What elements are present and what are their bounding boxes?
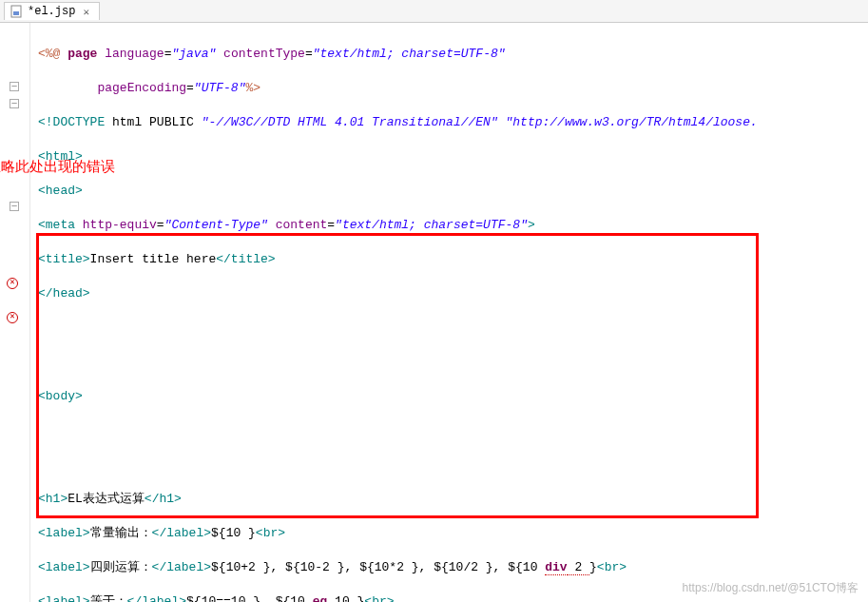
fold-icon[interactable]: − — [8, 97, 21, 110]
annotation-text: 忽略此处出现的错误 — [0, 158, 115, 176]
error-icon[interactable]: ✕ — [6, 311, 19, 324]
svg-rect-1 — [13, 11, 19, 15]
code-editor[interactable]: <%@ page language="java" contentType="te… — [30, 23, 868, 602]
gutter: − − − ✕ ✕ — [0, 23, 30, 602]
tab-label: *el.jsp — [28, 5, 75, 18]
error-icon[interactable]: ✕ — [6, 277, 19, 290]
tab-bar: *el.jsp ✕ — [0, 0, 868, 23]
fold-icon[interactable]: − — [8, 200, 21, 213]
fold-icon[interactable]: − — [8, 80, 21, 93]
jsp-file-icon — [10, 5, 24, 18]
file-tab[interactable]: *el.jsp ✕ — [4, 2, 100, 20]
watermark: https://blog.csdn.net/@51CTO博客 — [683, 580, 858, 596]
close-icon[interactable]: ✕ — [83, 6, 89, 18]
editor-area: − − − ✕ ✕ <%@ page language="java" conte… — [0, 23, 868, 602]
